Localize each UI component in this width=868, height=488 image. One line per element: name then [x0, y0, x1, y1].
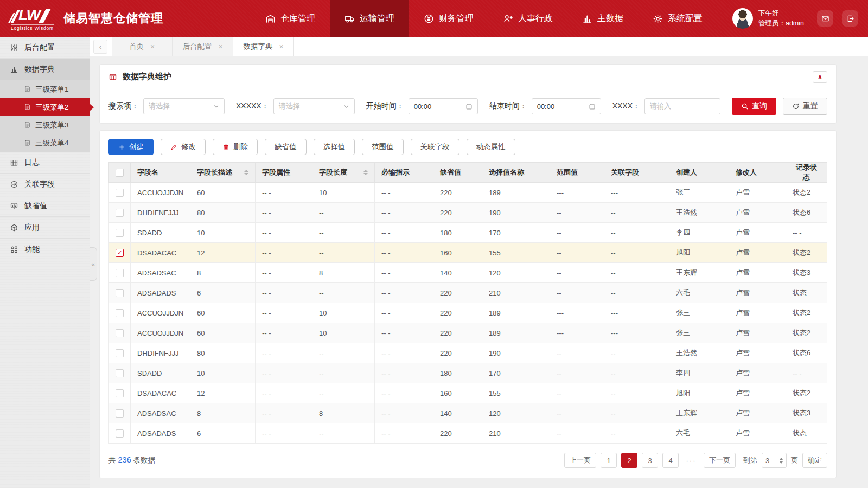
sidebar-item[interactable]: 数据字典: [0, 59, 90, 80]
nav-item[interactable]: 运输管理: [330, 0, 409, 37]
sidebar-item[interactable]: 功能: [0, 239, 90, 260]
toolbar-button[interactable]: 选择值: [314, 139, 355, 155]
envelope-icon: [821, 15, 829, 23]
row-checkbox[interactable]: [116, 189, 124, 197]
row-checkbox[interactable]: [116, 289, 124, 297]
page-spinner[interactable]: [780, 458, 783, 464]
query-button[interactable]: 查询: [732, 98, 776, 115]
table-cell: --: [550, 203, 604, 223]
tab-close-icon[interactable]: ×: [218, 42, 222, 51]
row-checkbox[interactable]: [116, 349, 124, 357]
nav-item[interactable]: 财务管理: [409, 0, 488, 37]
filter-row: 搜索项： 请选择 XXXXX： 请选择 开始: [100, 89, 836, 123]
table-cell: 李四: [669, 363, 729, 383]
reset-button[interactable]: 重置: [783, 98, 827, 115]
toolbar-button[interactable]: 范围值: [362, 139, 404, 155]
sidebar-subitem[interactable]: 三级菜单4: [0, 134, 90, 152]
row-checkbox[interactable]: [116, 269, 124, 277]
row-checkbox[interactable]: [116, 309, 124, 317]
table-row: ADSADADS6-- ----- -220210----六毛卢雪状态: [109, 423, 827, 444]
select-all-checkbox[interactable]: [116, 169, 124, 177]
start-time-input[interactable]: 00:00: [409, 98, 478, 114]
table-cell: -- -: [786, 363, 827, 383]
table-cell: 80: [190, 203, 256, 223]
tab-close-icon[interactable]: ×: [279, 42, 283, 51]
nav-item-label: 仓库管理: [280, 13, 315, 24]
table-cell: ADSADADS: [131, 423, 190, 444]
sidebar-subitem[interactable]: 三级菜单1: [0, 80, 90, 98]
sidebar-item[interactable]: 后台配置: [0, 37, 90, 59]
end-time-input[interactable]: 00:00: [532, 98, 601, 114]
nav-item[interactable]: 主数据: [567, 0, 638, 37]
row-checkbox[interactable]: ✓: [116, 249, 124, 257]
sidebar-subitem[interactable]: 三级菜单2: [0, 98, 90, 116]
row-checkbox[interactable]: [116, 229, 124, 237]
row-checkbox[interactable]: [116, 209, 124, 217]
toolbar-button[interactable]: 动态属性: [467, 139, 515, 155]
table-cell: 220: [433, 183, 482, 203]
monitor-icon: [10, 202, 18, 210]
tab[interactable]: 首页×: [112, 37, 173, 56]
pagination: 上一页1234···下一页到第3页确定: [564, 453, 827, 468]
panel-collapse-button[interactable]: ∧: [813, 71, 827, 83]
table-cell: --: [604, 203, 669, 223]
nav-item[interactable]: 系统配置: [638, 0, 717, 37]
avatar[interactable]: [732, 8, 753, 29]
sidebar-subitem[interactable]: 三级菜单3: [0, 116, 90, 134]
logout-button[interactable]: [842, 10, 858, 27]
tab[interactable]: 后台配置×: [173, 37, 233, 56]
tab-close-icon[interactable]: ×: [150, 42, 155, 51]
toolbar-button[interactable]: 修改: [161, 139, 206, 155]
sidebar-item[interactable]: 缺省值: [0, 195, 90, 217]
goto-page-input[interactable]: 3: [762, 453, 787, 468]
pages-ellipsis[interactable]: ···: [683, 453, 699, 468]
next-page-button[interactable]: 下一页: [704, 453, 736, 468]
table-row: DHDIFNFJJJ80-- ----- -220190----王浩然卢雪状态6: [109, 203, 827, 223]
warehouse-icon: [265, 14, 276, 24]
table-cell: 六毛: [669, 283, 729, 303]
toolbar-button[interactable]: 删除: [213, 139, 258, 155]
table-cell: 210: [482, 423, 550, 444]
sidebar-item[interactable]: 关联字段: [0, 174, 90, 195]
table-cell: -- -: [375, 343, 433, 363]
calendar-icon: [589, 103, 596, 110]
nav-item[interactable]: 人事行政: [488, 0, 567, 37]
table-cell: -- -: [375, 243, 433, 263]
confirm-page-button[interactable]: 确定: [802, 453, 827, 468]
calendar-icon: [465, 103, 473, 110]
sidebar-collapse-handle[interactable]: «: [90, 247, 97, 281]
sort-icon[interactable]: [363, 170, 368, 175]
toolbar-button[interactable]: 缺省值: [265, 139, 307, 155]
nav-item[interactable]: 仓库管理: [251, 0, 330, 37]
row-checkbox[interactable]: [116, 369, 124, 377]
column-header: 记录状态: [793, 163, 820, 182]
row-checkbox[interactable]: [116, 409, 124, 418]
prev-page-button[interactable]: 上一页: [564, 453, 596, 468]
page-button[interactable]: 3: [642, 453, 658, 468]
row-checkbox[interactable]: [116, 329, 124, 337]
table-cell: 120: [482, 263, 550, 283]
tabs-back-button[interactable]: ‹: [93, 40, 107, 54]
page-title: 数据字典维护: [123, 72, 171, 82]
page-button[interactable]: 1: [601, 453, 617, 468]
sort-icon[interactable]: [244, 170, 248, 175]
search-icon: [741, 102, 749, 110]
xxxxx-select[interactable]: 请选择: [273, 98, 355, 114]
page-button[interactable]: 4: [662, 453, 679, 468]
toolbar-button[interactable]: 关联字段: [411, 139, 459, 155]
toolbar-button[interactable]: 创建: [108, 139, 154, 155]
table-row: ADSADADS6-- ----- -220210----六毛卢雪状态: [109, 283, 827, 303]
table-row: SDADD10-- ----- -180170----李四卢雪-- -: [109, 363, 827, 383]
sidebar-item[interactable]: 应用: [0, 217, 90, 239]
sidebar-item[interactable]: 日志: [0, 152, 90, 174]
page-button[interactable]: 2: [621, 453, 637, 468]
table-cell: 140: [433, 263, 482, 283]
nav-item-label: 财务管理: [439, 13, 474, 24]
search-item-select[interactable]: 请选择: [143, 98, 225, 114]
table-cell: 140: [433, 403, 482, 423]
row-checkbox[interactable]: [116, 389, 124, 397]
tab[interactable]: 数据字典×: [233, 37, 294, 56]
xxxx-input[interactable]: 请输入: [644, 98, 720, 114]
mail-button[interactable]: [817, 10, 833, 27]
row-checkbox[interactable]: [116, 429, 124, 438]
